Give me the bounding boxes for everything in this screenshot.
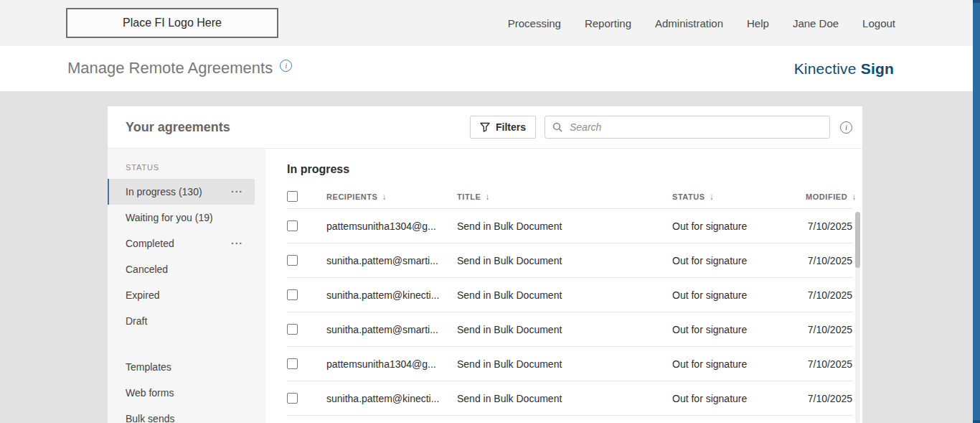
row-recipients: sunitha.pattem@smarti... — [326, 255, 457, 266]
fi-logo-placeholder: Place FI Logo Here — [66, 8, 278, 38]
sort-arrow-icon: ↓ — [852, 192, 857, 202]
sidebar-status-item[interactable]: Waiting for you (19) ··· — [108, 205, 255, 231]
top-nav-item[interactable]: Processing — [508, 17, 561, 29]
filters-button[interactable]: Filters — [470, 116, 536, 139]
row-modified: 7/10/2025 — [806, 324, 852, 335]
row-title: Send in Bulk Document — [457, 393, 672, 404]
agreement-row[interactable]: pattemsunitha1304@g... Send in Bulk Docu… — [287, 347, 852, 381]
row-status: Out for signature — [672, 255, 806, 266]
row-recipients: sunitha.pattem@kinecti... — [326, 289, 457, 301]
page-title-wrap: Manage Remote Agreements i — [67, 59, 292, 78]
item-overflow-menu-icon[interactable]: ··· — [231, 238, 243, 249]
row-recipients: pattemsunitha1304@g... — [326, 220, 457, 232]
agreement-row[interactable]: sunitha.pattem@smarti... Send in Bulk Do… — [287, 243, 852, 278]
row-modified: 7/10/2025 — [806, 289, 852, 301]
row-status: Out for signature — [672, 393, 806, 404]
sidebar-status-item[interactable]: In progress (130) ··· — [108, 179, 255, 205]
row-title: Send in Bulk Document — [457, 324, 672, 335]
row-status: Out for signature — [672, 358, 806, 370]
panel-header: Your agreements Filters i — [108, 106, 862, 149]
top-nav-item[interactable]: Logout — [862, 17, 895, 29]
search-box — [545, 116, 830, 139]
panel-body: STATUS In progress (130) ··· Waiting for… — [108, 149, 862, 423]
search-icon — [552, 122, 562, 132]
sidebar-library-item[interactable]: Bulk sends ··· — [108, 406, 255, 423]
page-header: Manage Remote Agreements i Kinective Sig… — [0, 46, 980, 91]
sidebar-item-label: Canceled — [126, 264, 231, 275]
sidebar-item-label: Completed — [126, 238, 231, 249]
agreement-row[interactable]: sunitha.pattem@smarti... Send in Bulk Do… — [287, 312, 852, 347]
table-header-row: RECIPIENTS ↓ TITLE ↓ STATUS ↓ MODIFIED ↓ — [287, 185, 852, 209]
top-nav-item[interactable]: Help — [747, 17, 769, 29]
sidebar-item-label: Waiting for you (19) — [126, 212, 231, 223]
panel-title: Your agreements — [126, 120, 230, 135]
table-section-title: In progress — [287, 163, 852, 176]
column-header-title[interactable]: TITLE ↓ — [457, 192, 672, 202]
column-header-status[interactable]: STATUS ↓ — [672, 192, 806, 202]
sidebar-status-item[interactable]: Canceled ··· — [108, 256, 255, 282]
sidebar-item-label: Draft — [126, 315, 231, 327]
row-title: Send in Bulk Document — [457, 289, 672, 301]
page-title: Manage Remote Agreements — [67, 59, 273, 78]
row-modified: 7/10/2025 — [806, 358, 852, 370]
page-info-icon[interactable]: i — [280, 60, 292, 72]
top-nav: Processing Reporting Administration Help… — [508, 17, 895, 29]
status-section-label: STATUS — [108, 156, 265, 179]
filter-icon — [480, 122, 490, 132]
top-nav-item[interactable]: Administration — [655, 17, 723, 29]
sort-arrow-icon: ↓ — [382, 192, 387, 202]
sidebar-status-item[interactable]: Draft ··· — [108, 308, 255, 334]
agreements-table: In progress RECIPIENTS ↓ TITLE ↓ STATUS — [265, 149, 862, 423]
fi-logo-text: Place FI Logo Here — [123, 17, 222, 29]
top-nav-item[interactable]: Reporting — [585, 17, 631, 29]
row-status: Out for signature — [672, 324, 806, 335]
row-checkbox[interactable] — [287, 255, 298, 266]
agreement-row[interactable]: sunitha.pattem@kinecti... Send in Bulk D… — [287, 381, 852, 416]
top-bar: Place FI Logo Here Processing Reporting … — [0, 0, 980, 46]
sidebar-status-item[interactable]: Expired ··· — [108, 282, 255, 308]
item-overflow-menu-icon[interactable]: ··· — [231, 186, 243, 197]
agreement-row[interactable]: sunitha.pattem@kinecti... Send in Bulk D… — [287, 278, 852, 312]
sidebar-item-label: Expired — [126, 289, 231, 301]
table-rows: pattemsunitha1304@g... Send in Bulk Docu… — [287, 209, 852, 416]
sidebar-item-label: Web forms — [126, 387, 231, 399]
row-checkbox[interactable] — [287, 393, 298, 404]
table-scrollbar-thumb[interactable] — [855, 212, 860, 268]
row-status: Out for signature — [672, 289, 806, 301]
sort-arrow-icon: ↓ — [485, 192, 490, 202]
row-modified: 7/10/2025 — [806, 393, 852, 404]
panel-info-icon[interactable]: i — [840, 121, 852, 134]
brand-product: Sign — [861, 60, 894, 77]
row-modified: 7/10/2025 — [806, 255, 852, 266]
sidebar-status-item[interactable]: Completed ··· — [108, 231, 255, 256]
status-filter-list: In progress (130) ··· Waiting for you (1… — [108, 179, 265, 334]
brand-name: Kinective — [794, 60, 857, 77]
sidebar-item-label: Bulk sends — [126, 413, 231, 423]
sidebar-item-label: In progress (130) — [126, 186, 231, 197]
row-checkbox[interactable] — [287, 289, 298, 300]
row-checkbox[interactable] — [287, 358, 298, 369]
row-recipients: sunitha.pattem@kinecti... — [326, 393, 457, 404]
sidebar-library-item[interactable]: Web forms ··· — [108, 380, 255, 406]
row-title: Send in Bulk Document — [457, 358, 672, 370]
row-status: Out for signature — [672, 220, 806, 232]
search-input[interactable] — [568, 121, 822, 134]
select-all-cell — [287, 191, 326, 202]
column-header-modified[interactable]: MODIFIED ↓ — [806, 192, 857, 202]
row-recipients: pattemsunitha1304@g... — [326, 358, 457, 370]
table-scrollbar[interactable] — [855, 212, 860, 423]
page-content: Your agreements Filters i STATUS — [0, 91, 980, 423]
row-checkbox[interactable] — [287, 220, 298, 231]
column-header-recipients[interactable]: RECIPIENTS ↓ — [326, 192, 457, 202]
agreement-row[interactable]: pattemsunitha1304@g... Send in Bulk Docu… — [287, 209, 852, 243]
row-checkbox[interactable] — [287, 324, 298, 335]
sidebar-library-item[interactable]: Templates ··· — [108, 354, 255, 380]
filters-button-label: Filters — [496, 121, 526, 133]
row-title: Send in Bulk Document — [457, 255, 672, 266]
sort-arrow-icon: ↓ — [710, 192, 715, 202]
top-nav-item[interactable]: Jane Doe — [793, 17, 839, 29]
agreements-panel: Your agreements Filters i STATUS — [108, 106, 862, 423]
brand-logo: Kinective Sign — [794, 60, 894, 78]
select-all-checkbox[interactable] — [287, 191, 298, 202]
page-scrollbar[interactable] — [973, 0, 980, 423]
